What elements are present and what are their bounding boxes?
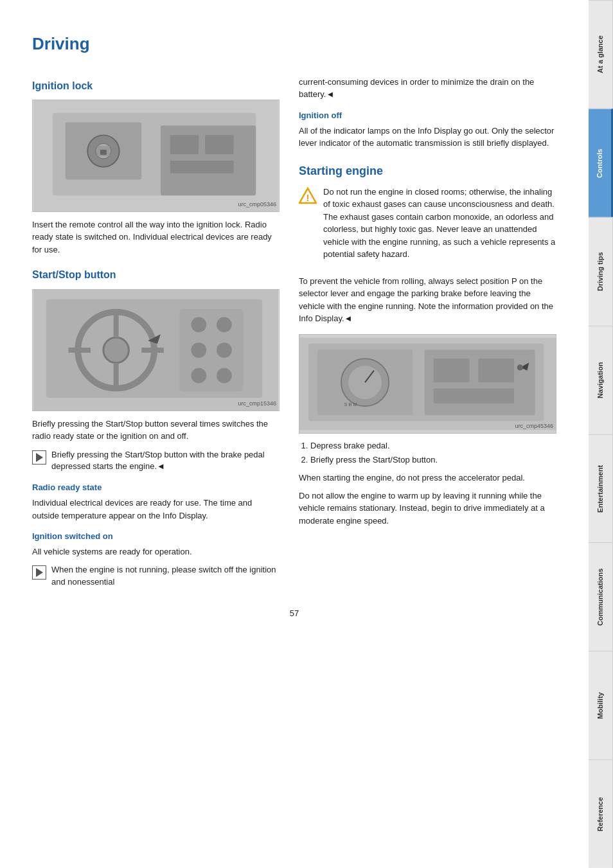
tab-entertainment[interactable]: Entertainment bbox=[589, 434, 613, 543]
ignition-on-heading: Ignition switched on bbox=[32, 531, 280, 543]
svg-point-21 bbox=[217, 317, 232, 332]
radio-ready-heading: Radio ready state bbox=[32, 482, 280, 494]
svg-point-14 bbox=[103, 337, 129, 363]
step-2: Briefly press the Start/Stop button. bbox=[310, 454, 556, 466]
tab-mobility[interactable]: Mobility bbox=[589, 651, 613, 759]
image-code-2: urc_cmp15346 bbox=[238, 400, 276, 408]
tab-reference[interactable]: Reference bbox=[589, 759, 613, 868]
svg-text:S B M: S B M bbox=[344, 402, 357, 407]
ignition-on-note-box: When the engine is not running, please s… bbox=[32, 564, 280, 589]
ignition-lock-image: urc_cmp05346 bbox=[32, 100, 280, 212]
svg-rect-19 bbox=[180, 308, 244, 391]
warning-icon: ! bbox=[299, 187, 317, 205]
triangle-icon-2 bbox=[36, 568, 43, 577]
svg-rect-39 bbox=[434, 388, 514, 403]
note-text-1: Briefly pressing the Start/Stop button w… bbox=[51, 450, 265, 472]
tab-communications[interactable]: Communications bbox=[589, 542, 613, 651]
image-code-3: urc_cmp45346 bbox=[515, 422, 553, 430]
ignition-on-note: When the engine is not running, please s… bbox=[51, 564, 280, 589]
tab-driving-tips[interactable]: Driving tips bbox=[589, 217, 613, 326]
page-content: Driving Ignition lock bbox=[0, 0, 589, 652]
start-stop-image: urc_cmp15346 bbox=[32, 289, 280, 411]
svg-point-22 bbox=[191, 342, 206, 358]
right-column: current-consuming devices in order to mi… bbox=[299, 76, 556, 595]
content-columns: Ignition lock ur bbox=[32, 76, 556, 595]
start-stop-note-text: Briefly pressing the Start/Stop button w… bbox=[51, 449, 280, 474]
starting-after-steps: When starting the engine, do not press t… bbox=[299, 472, 556, 484]
tab-navigation[interactable]: Navigation bbox=[589, 326, 613, 434]
starting-body3: Do not allow the engine to warm up by le… bbox=[299, 490, 556, 527]
right-col-intro: current-consuming devices in order to mi… bbox=[299, 76, 556, 101]
svg-point-20 bbox=[191, 317, 206, 332]
svg-rect-37 bbox=[434, 359, 470, 382]
ignition-lock-heading: Ignition lock bbox=[32, 78, 280, 93]
tab-controls[interactable]: Controls bbox=[589, 109, 613, 217]
page-number: 57 bbox=[32, 608, 556, 626]
starting-engine-image: S B M urc_cmp45346 bbox=[299, 334, 556, 434]
svg-point-25 bbox=[217, 368, 232, 383]
svg-point-41 bbox=[517, 364, 523, 370]
side-navigation: At a glance Controls Driving tips Naviga… bbox=[589, 0, 613, 868]
ignition-on-body: All vehicle systems are ready for operat… bbox=[32, 545, 280, 558]
chapter-title: Driving bbox=[32, 32, 556, 57]
ignition-off-heading: Ignition off bbox=[299, 110, 556, 122]
ignition-lock-body: Insert the remote control all the way in… bbox=[32, 218, 280, 256]
svg-rect-8 bbox=[170, 135, 199, 154]
start-stop-note-box: Briefly pressing the Start/Stop button w… bbox=[32, 449, 280, 474]
left-column: Ignition lock ur bbox=[32, 76, 280, 595]
image-code-1: urc_cmp05346 bbox=[238, 200, 276, 209]
warning-box: ! Do not run the engine in closed rooms;… bbox=[299, 186, 556, 266]
note-icon-2 bbox=[32, 565, 46, 580]
svg-point-33 bbox=[348, 366, 382, 399]
starting-steps-list: Depress brake pedal. Briefly press the S… bbox=[299, 440, 556, 467]
warning-text: Do not run the engine in closed rooms; o… bbox=[323, 186, 556, 261]
step-1: Depress brake pedal. bbox=[310, 440, 556, 452]
svg-point-23 bbox=[217, 342, 232, 358]
note-icon-1 bbox=[32, 450, 46, 465]
svg-text:!: ! bbox=[306, 192, 310, 203]
tab-at-a-glance[interactable]: At a glance bbox=[589, 0, 613, 109]
svg-rect-9 bbox=[205, 135, 233, 154]
svg-rect-38 bbox=[478, 359, 514, 382]
start-stop-heading: Start/Stop button bbox=[32, 267, 280, 282]
starting-engine-body2: To prevent the vehicle from rolling, alw… bbox=[299, 275, 556, 325]
svg-rect-10 bbox=[170, 161, 234, 173]
start-stop-body: Briefly pressing the Start/Stop button s… bbox=[32, 418, 280, 443]
triangle-icon bbox=[36, 453, 43, 462]
svg-point-24 bbox=[191, 368, 206, 383]
ignition-off-body: All of the indicator lamps on the Info D… bbox=[299, 125, 556, 150]
radio-ready-body: Individual electrical devices are ready … bbox=[32, 497, 280, 522]
starting-engine-heading: Starting engine bbox=[299, 163, 556, 179]
svg-rect-6 bbox=[100, 150, 107, 155]
